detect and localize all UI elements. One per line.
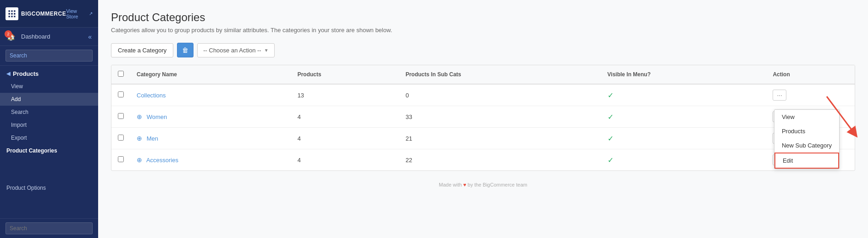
dropdown-item-edit[interactable]: Edit bbox=[774, 153, 839, 169]
header-category-name: Category Name bbox=[130, 65, 291, 84]
page-subtitle: Categories allow you to group products b… bbox=[111, 27, 855, 34]
sidebar-item-search[interactable]: Search bbox=[0, 106, 98, 119]
row-products: 4 bbox=[291, 106, 399, 128]
dropdown-arrow-icon: ▼ bbox=[264, 48, 269, 53]
dropdown-item-new-sub-category[interactable]: New Sub Category bbox=[774, 138, 839, 153]
sidebar-search-top bbox=[0, 46, 98, 66]
row-visible: ✓ bbox=[601, 106, 767, 128]
row-action-button[interactable]: ··· bbox=[773, 90, 786, 101]
products-label: Products bbox=[13, 70, 39, 77]
select-all-checkbox[interactable] bbox=[118, 71, 124, 77]
row-category-name: Collections bbox=[130, 84, 291, 106]
logo-icon bbox=[6, 7, 18, 20]
footer-text: Made with ♥ by the BigCommerce team bbox=[439, 182, 527, 187]
sidebar-item-product-categories[interactable]: Product Categories bbox=[0, 144, 98, 157]
action-dropdown-menu: View Products New Sub Category Edit bbox=[774, 109, 840, 169]
table-row: ⊕ Women 4 33 ✓ ··· bbox=[111, 106, 855, 128]
table-row: ⊕ Accessories 4 22 ✓ ··· bbox=[111, 149, 855, 171]
row-action: ··· bbox=[766, 84, 855, 106]
dropdown-item-view[interactable]: View bbox=[774, 110, 839, 124]
row-checkbox-cell bbox=[111, 106, 130, 128]
sidebar-item-add[interactable]: Add bbox=[0, 93, 98, 106]
choose-action-dropdown[interactable]: -- Choose an Action -- ▼ bbox=[197, 43, 274, 57]
table-row: ⊕ Men 4 21 ✓ ··· bbox=[111, 128, 855, 149]
products-arrow-icon: ◀ bbox=[6, 71, 10, 77]
heart-icon: ♥ bbox=[463, 182, 466, 187]
row-products: 4 bbox=[291, 149, 399, 171]
categories-table-container: Category Name Products Products In Sub C… bbox=[111, 65, 855, 171]
sidebar-item-import[interactable]: Import bbox=[0, 119, 98, 131]
external-link-icon: ↗ bbox=[89, 11, 93, 16]
dashboard-label[interactable]: Dashboard bbox=[21, 33, 50, 40]
trash-icon: 🗑 bbox=[182, 46, 188, 54]
row-visible: ✓ bbox=[601, 84, 767, 106]
header-checkbox-cell bbox=[111, 65, 130, 84]
view-store-link[interactable]: View Store ↗ bbox=[66, 8, 93, 19]
sidebar-header: BIGCOMMERCE View Store ↗ bbox=[0, 0, 98, 28]
search-input-bottom[interactable] bbox=[6, 222, 93, 234]
dropdown-item-products[interactable]: Products bbox=[774, 124, 839, 138]
row-category-name: ⊕ Accessories bbox=[130, 149, 291, 171]
sidebar: BIGCOMMERCE View Store ↗ 🏠 2 Dashboard «… bbox=[0, 0, 98, 238]
row-category-name: ⊕ Men bbox=[130, 128, 291, 149]
header-products: Products bbox=[291, 65, 399, 84]
check-icon: ✓ bbox=[608, 156, 614, 164]
create-category-button[interactable]: Create a Category bbox=[111, 43, 173, 57]
check-icon: ✓ bbox=[608, 91, 614, 99]
brand-logo: BIGCOMMERCE bbox=[6, 7, 66, 20]
category-link[interactable]: Men bbox=[147, 135, 158, 142]
brand-name: BIGCOMMERCE bbox=[21, 11, 66, 17]
expand-icon[interactable]: ⊕ bbox=[137, 113, 142, 120]
expand-icon[interactable]: ⊕ bbox=[137, 135, 142, 142]
notification-badge: 2 bbox=[5, 30, 12, 38]
row-sub-cats: 33 bbox=[399, 106, 601, 128]
dashboard-section: 🏠 2 Dashboard « bbox=[0, 28, 98, 46]
row-products: 13 bbox=[291, 84, 399, 106]
footer: Made with ♥ by the BigCommerce team bbox=[111, 178, 855, 187]
row-products: 4 bbox=[291, 128, 399, 149]
row-checkbox[interactable] bbox=[118, 113, 124, 119]
categories-table: Category Name Products Products In Sub C… bbox=[111, 65, 855, 170]
delete-button[interactable]: 🗑 bbox=[177, 43, 194, 57]
header-action: Action bbox=[766, 65, 855, 84]
check-icon: ✓ bbox=[608, 113, 614, 121]
main-content: Product Categories Categories allow you … bbox=[98, 0, 868, 238]
row-checkbox-cell bbox=[111, 128, 130, 149]
row-checkbox[interactable] bbox=[118, 91, 124, 97]
row-checkbox-cell bbox=[111, 149, 130, 171]
row-visible: ✓ bbox=[601, 149, 767, 171]
row-sub-cats: 22 bbox=[399, 149, 601, 171]
check-icon: ✓ bbox=[608, 135, 614, 142]
notification-badge-wrap: 🏠 2 bbox=[6, 32, 16, 41]
header-products-sub-cats: Products In Sub Cats bbox=[399, 65, 601, 84]
header-visible-in-menu: Visible In Menu? bbox=[601, 65, 767, 84]
search-input-top[interactable] bbox=[6, 50, 93, 62]
category-link[interactable]: Women bbox=[147, 113, 167, 120]
row-checkbox[interactable] bbox=[118, 135, 124, 141]
expand-icon[interactable]: ⊕ bbox=[137, 156, 142, 164]
row-category-name: ⊕ Women bbox=[130, 106, 291, 128]
toolbar: Create a Category 🗑 -- Choose an Action … bbox=[111, 43, 855, 57]
collapse-icon[interactable]: « bbox=[88, 33, 92, 40]
page-title: Product Categories bbox=[111, 11, 855, 24]
sidebar-item-export[interactable]: Export bbox=[0, 131, 98, 144]
sidebar-item-product-options[interactable]: Product Options bbox=[0, 181, 98, 194]
category-link[interactable]: Collections bbox=[137, 92, 166, 99]
row-visible: ✓ bbox=[601, 128, 767, 149]
row-checkbox-cell bbox=[111, 84, 130, 106]
products-section-header[interactable]: ◀ Products bbox=[0, 66, 98, 80]
dashboard-left: 🏠 2 Dashboard bbox=[6, 32, 50, 41]
sidebar-item-view[interactable]: View bbox=[0, 80, 98, 93]
row-sub-cats: 21 bbox=[399, 128, 601, 149]
row-checkbox[interactable] bbox=[118, 156, 124, 162]
sidebar-search-bottom bbox=[0, 218, 98, 238]
row-sub-cats: 0 bbox=[399, 84, 601, 106]
category-link[interactable]: Accessories bbox=[146, 157, 178, 164]
table-row: Collections 13 0 ✓ ··· bbox=[111, 84, 855, 106]
table-header-row: Category Name Products Products In Sub C… bbox=[111, 65, 855, 84]
